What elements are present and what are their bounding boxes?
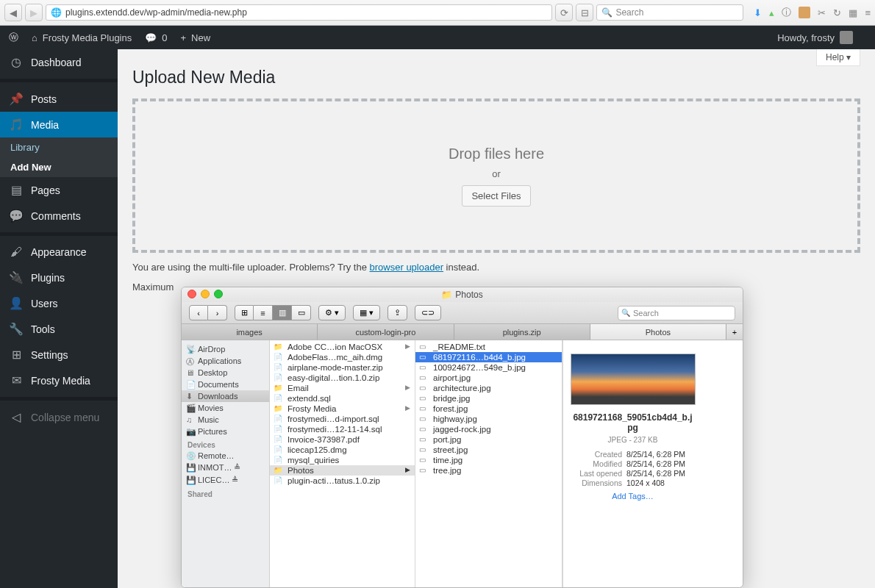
file-row[interactable]: 📄mysql_quiries [270, 455, 415, 465]
minimize-button[interactable] [201, 290, 210, 298]
help-tab[interactable]: Help ▾ [816, 49, 860, 66]
tab-images[interactable]: images [182, 324, 318, 340]
home-icon[interactable]: ▴ [769, 7, 774, 18]
sidebar-item-plugins[interactable]: 🔌Plugins [0, 265, 118, 290]
file-row[interactable]: 📄airplane-mode-master.zip [270, 362, 415, 373]
file-row[interactable]: ▭681972116…b4d4_b.jpg [415, 352, 562, 362]
sidebar-item-media[interactable]: 🎵Media [0, 112, 118, 137]
sidebar-item-settings[interactable]: ⊞Settings [0, 342, 118, 368]
sidebar-item-posts[interactable]: 📌Posts [0, 86, 118, 112]
sb-applications[interactable]: ⒶApplications [182, 355, 269, 367]
file-row[interactable]: 📄frostymedi…d-import.sql [270, 414, 415, 424]
address-bar[interactable]: 🌐 plugins.extendd.dev/wp-admin/media-new… [46, 4, 552, 21]
file-row[interactable]: ▭architecture.jpg [415, 383, 562, 393]
sb-movies[interactable]: 🎬Movies [182, 402, 269, 414]
file-row[interactable]: ▭street.jpg [415, 445, 562, 455]
sb-music[interactable]: ♫Music [182, 414, 269, 426]
action-button[interactable]: ⚙ ▾ [318, 305, 346, 320]
file-row[interactable]: ▭airport.jpg [415, 373, 562, 383]
forward-button[interactable]: › [208, 305, 227, 320]
sb-downloads[interactable]: ⬇Downloads [182, 390, 269, 402]
site-link[interactable]: ⌂ Frosty Media Plugins [32, 32, 132, 43]
sb-documents[interactable]: 📄Documents [182, 379, 269, 390]
list-view[interactable]: ≡ [254, 305, 273, 320]
sb-airdrop[interactable]: 📡AirDrop [182, 343, 269, 355]
sidebar-item-frosty[interactable]: ✉Frosty Media [0, 368, 118, 393]
tags-button[interactable]: ⊂⊃ [415, 305, 441, 320]
ext1-icon[interactable] [799, 7, 810, 18]
sidebar-item-appearance[interactable]: 🖌Appearance [0, 240, 118, 265]
howdy-link[interactable]: Howdy, frosty [777, 31, 853, 44]
submenu-library[interactable]: Library [0, 137, 118, 157]
back-button[interactable]: ‹ [189, 305, 208, 320]
new-link[interactable]: + New [180, 32, 210, 43]
file-row[interactable]: 📄extendd.sql [270, 393, 415, 404]
add-tags-link[interactable]: Add Tags… [571, 492, 695, 501]
reload-button[interactable]: ⟳ [555, 4, 573, 21]
submenu-add-new[interactable]: Add New [0, 157, 118, 177]
media-submenu: Library Add New [0, 137, 118, 177]
pictures-icon: 📷 [186, 427, 196, 437]
file-row[interactable]: ▭_README.txt [415, 342, 562, 352]
column-view[interactable]: ▥ [273, 305, 292, 320]
file-name: Email [288, 384, 309, 392]
sidebar-item-pages[interactable]: ▤Pages [0, 177, 118, 203]
share-button[interactable]: ⇪ [388, 305, 407, 320]
zoom-button[interactable] [214, 290, 223, 298]
file-row[interactable]: 📄plugin-acti…tatus.1.0.zip [270, 476, 415, 486]
file-row[interactable]: ▭port.jpg [415, 434, 562, 445]
tab-plugins-zip[interactable]: plugins.zip [454, 324, 590, 340]
comments-link[interactable]: 💬 0 [145, 32, 167, 43]
arrange-button[interactable]: ▦ ▾ [353, 305, 380, 320]
sb-inmot[interactable]: 💾INMOT… ≜ [182, 462, 269, 474]
file-row[interactable]: 📄easy-digital…tion.1.0.zip [270, 373, 415, 383]
sidebar-item-users[interactable]: 👤Users [0, 290, 118, 316]
menu-icon[interactable]: ≡ [865, 7, 871, 18]
collapse-menu[interactable]: ◁Collapse menu [0, 404, 118, 430]
sidebar-item-tools[interactable]: 🔧Tools [0, 316, 118, 342]
file-row[interactable]: 📄licecap125.dmg [270, 445, 415, 455]
sb-licec[interactable]: 💾LICEC… ≜ [182, 474, 269, 487]
file-row[interactable]: 📁Adobe CC…ion MacOSX▶ [270, 342, 415, 352]
tab-custom-login[interactable]: custom-login-pro [318, 324, 454, 340]
file-row[interactable]: 📄frostymedi…12-11-14.sql [270, 424, 415, 434]
select-files-button[interactable]: Select Files [462, 185, 530, 207]
file-row[interactable]: ▭jagged-rock.jpg [415, 424, 562, 434]
cover-view[interactable]: ▭ [292, 305, 311, 320]
info-icon[interactable]: ⓘ [782, 6, 791, 19]
close-button[interactable] [188, 290, 196, 298]
tab-photos[interactable]: Photos [590, 324, 726, 340]
sb-desktop[interactable]: 🖥Desktop [182, 367, 269, 379]
sb-pictures[interactable]: 📷Pictures [182, 426, 269, 437]
finder-titlebar[interactable]: 📁 Photos [182, 287, 743, 302]
sidebar-item-dashboard[interactable]: ◷Dashboard [0, 49, 118, 75]
file-row[interactable]: ▭tree.jpg [415, 465, 562, 476]
icon-view[interactable]: ⊞ [235, 305, 254, 320]
wp-logo[interactable]: ⓦ [9, 31, 18, 44]
browser-uploader-link[interactable]: browser uploader [370, 262, 443, 273]
file-row[interactable]: 📁Frosty Media▶ [270, 404, 415, 414]
file-row[interactable]: ▭100924672…549e_b.jpg [415, 362, 562, 373]
download-icon[interactable]: ⬇ [754, 7, 762, 18]
reader-button[interactable]: ⊟ [576, 4, 593, 21]
sb-remote[interactable]: 💿Remote… [182, 450, 269, 462]
file-row[interactable]: 📄AdobeFlas…mc_aih.dmg [270, 352, 415, 362]
file-row[interactable]: ▭forest.jpg [415, 404, 562, 414]
back-button[interactable]: ◀ [4, 4, 22, 21]
file-name: architecture.jpg [433, 384, 491, 392]
upload-dropzone[interactable]: Drop files here or Select Files [132, 98, 860, 253]
search-field[interactable]: 🔍 Search [596, 4, 743, 21]
file-row[interactable]: 📁Email▶ [270, 383, 415, 393]
refresh-icon[interactable]: ↻ [833, 7, 841, 18]
crop-icon[interactable]: ✂ [818, 7, 826, 18]
file-row[interactable]: 📄Invoice-373987.pdf [270, 434, 415, 445]
file-row[interactable]: ▭time.jpg [415, 455, 562, 465]
file-row[interactable]: ▭bridge.jpg [415, 393, 562, 404]
sidebar-item-comments[interactable]: 💬Comments [0, 203, 118, 229]
file-row[interactable]: ▭highway.jpg [415, 414, 562, 424]
grid-icon[interactable]: ▦ [849, 7, 857, 18]
finder-search[interactable]: Search [618, 306, 735, 320]
tab-add[interactable]: + [726, 324, 743, 340]
separator [0, 232, 118, 236]
file-row[interactable]: 📁Photos▶ [270, 465, 415, 476]
